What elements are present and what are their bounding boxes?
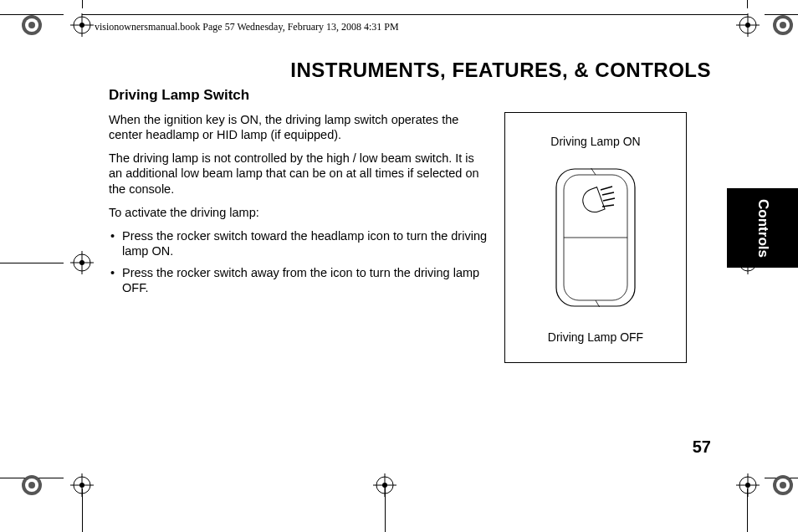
svg-point-2 — [28, 22, 35, 28]
svg-point-20 — [74, 254, 90, 271]
rocker-switch-illustration — [555, 168, 636, 307]
page-number: 57 — [693, 437, 711, 457]
svg-point-12 — [74, 17, 90, 33]
svg-point-35 — [745, 483, 750, 488]
svg-point-3 — [773, 15, 793, 35]
svg-point-8 — [28, 482, 35, 489]
svg-point-7 — [25, 478, 38, 492]
driving-lamp-switch-figure: Driving Lamp ON — [504, 112, 687, 363]
svg-point-23 — [79, 260, 84, 265]
svg-point-16 — [739, 17, 756, 33]
figure-label-off: Driving Lamp OFF — [505, 330, 686, 344]
thumb-tab-label: Controls — [754, 199, 770, 258]
svg-point-28 — [74, 477, 90, 494]
svg-point-9 — [773, 475, 793, 495]
svg-point-31 — [79, 483, 84, 488]
chapter-title: INSTRUMENTS, FEATURES, & CONTROLS — [109, 59, 711, 82]
section-thumb-tab: Controls — [727, 188, 798, 268]
svg-point-4 — [776, 18, 790, 32]
svg-point-15 — [79, 23, 84, 28]
svg-point-11 — [780, 482, 786, 489]
list-item: Press the rocker switch toward the headl… — [109, 228, 489, 258]
paragraph: To activate the driving lamp: — [109, 205, 489, 220]
figure-label-on: Driving Lamp ON — [505, 135, 686, 148]
svg-point-32 — [739, 477, 756, 494]
paragraph: When the ignition key is ON, the driving… — [109, 112, 489, 142]
body-text-column: When the ignition key is ON, the driving… — [109, 112, 489, 363]
section-title: Driving Lamp Switch — [109, 87, 711, 104]
svg-point-19 — [745, 23, 750, 28]
page-content: INSTRUMENTS, FEATURES, & CONTROLS Drivin… — [109, 59, 711, 363]
svg-point-5 — [780, 22, 786, 28]
paragraph: The driving lamp is not controlled by th… — [109, 151, 489, 196]
svg-point-6 — [22, 475, 42, 495]
book-header-line: visionownersmanual.book Page 57 Wednesda… — [95, 21, 399, 33]
svg-point-36 — [376, 477, 393, 494]
list-item: Press the rocker switch away from the ic… — [109, 265, 489, 295]
registration-mark-icon — [20, 13, 43, 37]
svg-point-10 — [776, 478, 790, 492]
svg-point-1 — [25, 18, 38, 32]
svg-point-0 — [22, 15, 42, 35]
svg-point-39 — [382, 483, 387, 488]
